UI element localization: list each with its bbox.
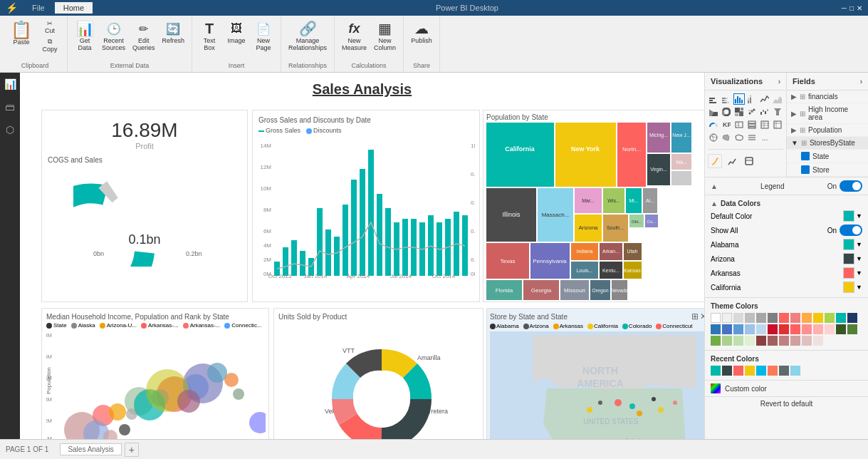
fields-item-state[interactable]: State xyxy=(787,150,868,163)
viz-icon-shape-map[interactable] xyxy=(733,132,745,143)
theme-color-33[interactable] xyxy=(779,336,789,346)
theme-color-15[interactable] xyxy=(722,324,732,334)
legend-toggle[interactable] xyxy=(840,180,862,192)
viz-icon-matrix[interactable] xyxy=(772,119,783,130)
publish-button[interactable]: ☁ Publish xyxy=(408,19,435,46)
close-icon[interactable]: ✕ xyxy=(857,4,862,12)
fields-item-financials[interactable]: ▶ ⊞ financials xyxy=(787,91,868,103)
viz-icon-map[interactable] xyxy=(708,132,719,143)
theme-color-4[interactable] xyxy=(745,313,755,323)
sidebar-data-icon[interactable]: 🗃 xyxy=(1,98,19,115)
theme-color-24[interactable] xyxy=(825,324,835,334)
maximize-icon[interactable]: □ xyxy=(849,4,854,12)
theme-color-13[interactable] xyxy=(847,313,857,323)
california-color-picker[interactable]: ▼ xyxy=(843,282,862,293)
recent-color-1[interactable] xyxy=(711,366,721,376)
viz-icon-slicer[interactable] xyxy=(746,132,758,143)
format-brush-icon[interactable] xyxy=(708,154,722,168)
viz-icon-area[interactable] xyxy=(772,93,783,105)
theme-color-7[interactable] xyxy=(779,313,789,323)
theme-color-30[interactable] xyxy=(745,336,755,346)
new-measure-button[interactable]: fx New Measure xyxy=(339,19,370,53)
theme-color-16[interactable] xyxy=(733,324,743,334)
viz-icon-custom[interactable]: ... xyxy=(759,132,770,143)
revert-button[interactable]: Revert to default xyxy=(705,397,868,411)
recent-color-2[interactable] xyxy=(722,366,732,376)
map-close-icon[interactable]: ✕ xyxy=(700,311,704,321)
fields-item-high-income[interactable]: ▶ ⊞ High Income area xyxy=(787,103,868,124)
viz-icon-column[interactable] xyxy=(733,93,745,105)
fields-item-store[interactable]: Store xyxy=(787,163,868,177)
theme-color-1[interactable] xyxy=(711,313,721,323)
theme-color-2[interactable] xyxy=(722,313,732,323)
theme-color-19[interactable] xyxy=(768,324,778,334)
format-fields-icon[interactable] xyxy=(742,154,756,168)
viz-expand-arrow[interactable]: › xyxy=(778,78,780,86)
recent-color-8[interactable] xyxy=(790,366,800,376)
theme-color-6[interactable] xyxy=(768,313,778,323)
edit-queries-button[interactable]: ✏ Edit Queries xyxy=(130,19,158,53)
viz-icon-funnel[interactable] xyxy=(772,106,783,118)
recent-color-5[interactable] xyxy=(756,366,766,376)
theme-color-17[interactable] xyxy=(745,324,755,334)
fields-item-population[interactable]: ▶ ⊞ Population xyxy=(787,124,868,137)
text-box-button[interactable]: T Text Box xyxy=(197,19,222,53)
theme-color-18[interactable] xyxy=(756,324,766,334)
theme-color-22[interactable] xyxy=(802,324,812,334)
recent-color-4[interactable] xyxy=(745,366,755,376)
theme-color-20[interactable] xyxy=(779,324,789,334)
viz-icon-waterfall[interactable] xyxy=(759,106,770,118)
theme-color-31[interactable] xyxy=(756,336,766,346)
viz-icon-line[interactable] xyxy=(759,93,770,105)
alabama-dropdown[interactable]: ▼ xyxy=(856,241,862,248)
california-dropdown[interactable]: ▼ xyxy=(856,284,862,291)
viz-icon-stacked-col[interactable] xyxy=(746,93,758,105)
new-column-button[interactable]: ▦ New Column xyxy=(371,19,399,53)
theme-color-9[interactable] xyxy=(802,313,812,323)
theme-color-8[interactable] xyxy=(790,313,800,323)
viz-icon-kpi[interactable]: KPI xyxy=(721,119,732,130)
theme-color-10[interactable] xyxy=(813,313,823,323)
tab-file[interactable]: File xyxy=(23,2,53,14)
theme-color-34[interactable] xyxy=(790,336,800,346)
viz-icon-multirow-card[interactable] xyxy=(746,119,758,130)
theme-color-23[interactable] xyxy=(813,324,823,334)
fields-item-stores-by-state[interactable]: ▼ ⊞ StoresByState xyxy=(787,137,868,150)
viz-icon-bar[interactable] xyxy=(708,93,719,105)
viz-icon-table[interactable] xyxy=(759,119,770,130)
theme-color-29[interactable] xyxy=(733,336,743,346)
viz-icon-filled-map[interactable] xyxy=(721,132,732,143)
add-page-button[interactable]: + xyxy=(125,443,139,457)
format-analytics-icon[interactable] xyxy=(725,154,739,168)
recent-color-7[interactable] xyxy=(779,366,789,376)
recent-sources-button[interactable]: 🕒 Recent Sources xyxy=(99,19,128,53)
theme-color-12[interactable] xyxy=(836,313,846,323)
new-page-button[interactable]: 📄 New Page xyxy=(251,19,276,53)
viz-icon-card[interactable]: 1 xyxy=(733,119,745,130)
alabama-color-picker[interactable]: ▼ xyxy=(843,239,862,250)
recent-color-6[interactable] xyxy=(768,366,778,376)
map-expand-icon[interactable]: ⊞ xyxy=(691,311,699,321)
theme-color-36[interactable] xyxy=(813,336,823,346)
theme-color-26[interactable] xyxy=(847,324,857,334)
paste-button[interactable]: 📋 Paste xyxy=(7,19,36,48)
viz-icon-scatter[interactable] xyxy=(746,106,758,118)
theme-color-21[interactable] xyxy=(790,324,800,334)
arkansas-dropdown[interactable]: ▼ xyxy=(856,269,862,277)
default-color-dropdown[interactable]: ▼ xyxy=(856,212,862,220)
cut-button[interactable]: ✂ Cut xyxy=(37,19,63,36)
viz-icon-pie[interactable] xyxy=(708,106,719,118)
show-all-toggle[interactable] xyxy=(840,225,862,236)
sidebar-model-icon[interactable]: ⬡ xyxy=(1,121,19,138)
image-button[interactable]: 🖼 Image xyxy=(224,19,249,53)
sales-analysis-tab[interactable]: Sales Analysis xyxy=(60,443,121,455)
theme-color-25[interactable] xyxy=(836,324,846,334)
arkansas-color-picker[interactable]: ▼ xyxy=(843,267,862,279)
viz-icon-stacked-bar[interactable] xyxy=(721,93,732,105)
arizona-color-picker[interactable]: ▼ xyxy=(843,253,862,264)
get-data-button[interactable]: 📊 Get Data xyxy=(72,19,98,53)
fields-expand-arrow[interactable]: › xyxy=(860,78,862,86)
copy-button[interactable]: ⧉ Copy xyxy=(37,36,63,54)
viz-icon-gauge[interactable] xyxy=(708,119,719,130)
theme-color-14[interactable] xyxy=(711,324,721,334)
